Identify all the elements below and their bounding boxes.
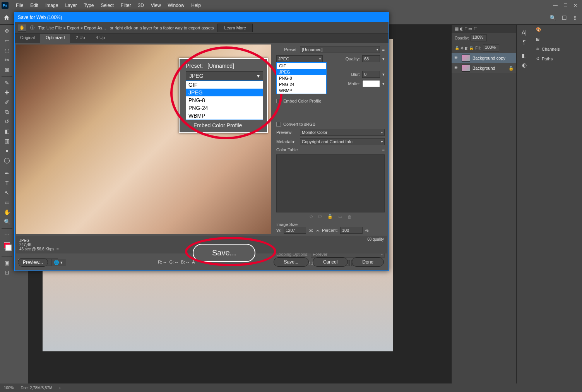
matte-swatch[interactable] — [362, 80, 380, 87]
adjustments-panel-icon[interactable]: ◐ — [519, 60, 530, 70]
preset-menu-icon[interactable]: ≡ — [382, 47, 385, 52]
convert-srgb-checkbox[interactable] — [276, 122, 281, 127]
format-select[interactable]: JPEG▾ — [276, 55, 323, 62]
cancel-button[interactable]: Cancel — [313, 257, 348, 267]
opacity-value[interactable]: 100% — [471, 34, 487, 41]
maximize-button[interactable]: ☐ — [560, 2, 570, 9]
popup-option-gif[interactable]: GIF — [186, 81, 263, 89]
hand-icon[interactable]: ✋ — [18, 24, 26, 32]
bandwidth-menu-icon[interactable]: ≡ — [56, 247, 59, 251]
percent-input[interactable] — [340, 227, 363, 234]
healing-brush-icon[interactable]: ✚ — [2, 88, 12, 97]
metadata-select[interactable]: Copyright and Contact Info▾ — [300, 138, 385, 145]
width-input[interactable] — [284, 227, 306, 234]
status-zoom[interactable]: 100% — [4, 386, 14, 390]
glyphs-panel-icon[interactable]: ◧ — [519, 51, 530, 60]
preview-button[interactable]: Preview... — [18, 258, 48, 267]
close-button[interactable]: ✕ — [570, 2, 580, 9]
annotation-save-popup[interactable]: Save... — [193, 244, 255, 262]
clone-stamp-icon[interactable]: ⧉ — [2, 107, 12, 116]
done-button[interactable]: Done — [352, 257, 384, 267]
menu-3d[interactable]: 3D — [134, 3, 147, 8]
screenmode-icon[interactable]: ⊡ — [2, 268, 12, 277]
swatches-panel-icon[interactable]: ⊞ — [532, 34, 582, 44]
quickmask-icon[interactable]: ▣ — [2, 258, 12, 267]
format-option-png24[interactable]: PNG-24 — [277, 81, 326, 87]
fill-value[interactable]: 100% — [483, 45, 499, 51]
menu-select[interactable]: Select — [97, 3, 117, 8]
status-caret-icon[interactable]: › — [59, 386, 60, 390]
learn-more-button[interactable]: Learn More — [217, 24, 252, 32]
frame-tool-icon[interactable]: ⊠ — [2, 65, 12, 74]
eyedropper-icon[interactable]: ✎ — [2, 78, 12, 87]
history-brush-icon[interactable]: ↺ — [2, 117, 12, 126]
brush-tool-icon[interactable]: ✐ — [2, 98, 12, 107]
eraser-tool-icon[interactable]: ◧ — [2, 127, 12, 136]
tab-4up[interactable]: 4-Up — [90, 34, 110, 43]
save-button[interactable]: Save... — [274, 257, 309, 267]
menu-help[interactable]: Help — [188, 3, 204, 8]
blur-input[interactable] — [362, 71, 380, 78]
chevron-down-icon[interactable]: ▾ — [382, 56, 385, 62]
menu-window[interactable]: Window — [164, 3, 188, 8]
visibility-icon[interactable]: 👁 — [454, 55, 459, 61]
layer-row[interactable]: 👁 Background 🔒 — [452, 63, 516, 73]
zoom-tool-icon[interactable]: 🔍 — [2, 217, 12, 226]
menu-file[interactable]: File — [12, 3, 27, 8]
menu-image[interactable]: Image — [42, 3, 62, 8]
chevron-down-icon[interactable]: ▾ — [382, 72, 385, 77]
tab-2up[interactable]: 2-Up — [70, 34, 90, 43]
menu-edit[interactable]: Edit — [27, 3, 42, 8]
pen-tool-icon[interactable]: ✒ — [2, 169, 12, 178]
workspace-icon[interactable]: ☐ — [562, 15, 567, 21]
paragraph-panel-icon[interactable]: ¶ — [519, 38, 530, 47]
paths-tab[interactable]: ↯Paths — [532, 54, 582, 63]
hand-tool-icon[interactable]: ✋ — [2, 207, 12, 217]
link-icon[interactable]: ⫘ — [315, 228, 320, 233]
ct-icon-4[interactable]: ▭ — [338, 214, 342, 219]
tab-original[interactable]: Original — [15, 34, 40, 43]
browser-preview-icon[interactable]: 🌐 ▾ — [51, 259, 65, 266]
preset-select[interactable]: [Unnamed]▾ — [300, 46, 380, 53]
color-panel-icon[interactable]: 🎨 — [532, 25, 582, 34]
more-tools-icon[interactable]: ⋯ — [2, 230, 12, 240]
blur-tool-icon[interactable]: ● — [2, 146, 12, 155]
background-swatch[interactable] — [5, 245, 12, 251]
gradient-tool-icon[interactable]: ▥ — [2, 136, 12, 146]
chevron-down-icon[interactable]: ▾ — [382, 81, 385, 86]
search-icon[interactable]: 🔍 — [549, 15, 556, 21]
minimize-button[interactable]: — — [550, 2, 560, 9]
layer-row[interactable]: 👁 Background copy — [452, 53, 516, 63]
format-option-gif[interactable]: GIF — [277, 63, 326, 69]
popup-option-jpeg[interactable]: JPEG — [186, 89, 263, 96]
format-option-jpeg[interactable]: JPEG — [277, 69, 326, 75]
ct-icon-5[interactable]: 🗑 — [347, 214, 352, 219]
format-option-png8[interactable]: PNG-8 — [277, 75, 326, 81]
dialog-titlebar[interactable]: Save for Web (100%) — [15, 13, 389, 22]
ct-icon-2[interactable]: ⬠ — [318, 214, 322, 219]
popup-embed-checkbox[interactable] — [186, 123, 191, 128]
popup-option-png24[interactable]: PNG-24 — [186, 104, 263, 112]
menu-view[interactable]: View — [147, 3, 164, 8]
color-table-box[interactable] — [276, 154, 385, 212]
marquee-tool-icon[interactable]: ▭ — [2, 36, 12, 45]
dodge-tool-icon[interactable]: ◯ — [2, 156, 12, 165]
move-tool-icon[interactable]: ✥ — [2, 26, 12, 36]
format-option-wbmp[interactable]: WBMP — [277, 87, 326, 94]
home-icon[interactable] — [2, 14, 11, 22]
menu-layer[interactable]: Layer — [62, 3, 80, 8]
preview-select[interactable]: Monitor Color▾ — [300, 129, 385, 136]
quality-input[interactable] — [362, 55, 380, 62]
menu-type[interactable]: Type — [80, 3, 97, 8]
share-icon[interactable]: ⇪ — [573, 15, 577, 21]
popup-option-wbmp[interactable]: WBMP — [186, 112, 263, 120]
type-tool-icon[interactable]: T — [2, 178, 12, 188]
embed-profile-checkbox[interactable] — [276, 99, 281, 103]
text-panel-icon[interactable]: A| — [519, 28, 530, 37]
lasso-tool-icon[interactable]: ◌ — [2, 46, 12, 55]
tab-optimized[interactable]: Optimized — [40, 34, 70, 43]
popup-format-select[interactable]: JPEG▾ — [186, 71, 263, 80]
color-table-menu-icon[interactable]: ≡ — [382, 147, 385, 152]
popup-option-png8[interactable]: PNG-8 — [186, 96, 263, 104]
crop-tool-icon[interactable]: ✂ — [2, 55, 12, 65]
